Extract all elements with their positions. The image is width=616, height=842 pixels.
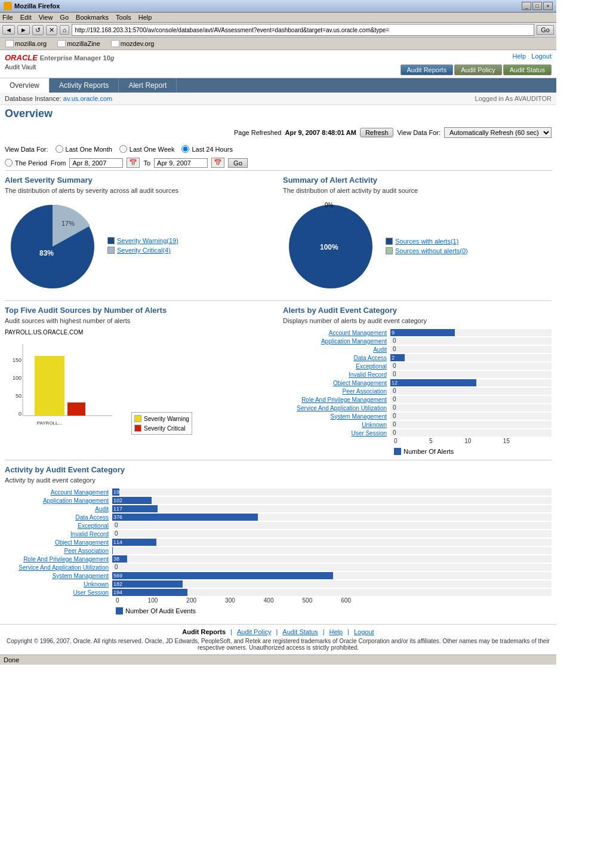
top-five-section: Top Five Audit Sources by Number of Aler… bbox=[5, 306, 273, 455]
legend-with-link[interactable]: Sources with alerts(1) bbox=[395, 238, 458, 245]
activity-cat-track: 1 bbox=[112, 547, 552, 554]
menu-help[interactable]: Help bbox=[138, 14, 152, 21]
radio-the-period[interactable]: The Period bbox=[5, 159, 47, 167]
go-btn[interactable]: Go bbox=[537, 25, 554, 35]
alerts-cat-track: 0 bbox=[390, 413, 552, 420]
help-link[interactable]: Help bbox=[513, 53, 526, 60]
alerts-cat-label[interactable]: Account Management bbox=[283, 330, 390, 336]
legend-without-link[interactable]: Sources without alerts(0) bbox=[395, 247, 468, 254]
activity-cat-label[interactable]: Invalid Record bbox=[5, 531, 112, 537]
maximize-btn[interactable]: □ bbox=[532, 2, 542, 10]
legend-sev-warning: Severity Warning bbox=[134, 415, 189, 422]
alerts-cat-bar: 9 bbox=[390, 329, 455, 336]
go-period-btn[interactable]: Go bbox=[228, 158, 248, 168]
reload-btn[interactable]: ↺ bbox=[32, 25, 44, 35]
legend-warning-color bbox=[107, 237, 115, 244]
logged-in-label: Logged in As bbox=[475, 95, 513, 102]
menu-tools[interactable]: Tools bbox=[116, 14, 131, 21]
alerts-cat-label[interactable]: Role And Privilege Management bbox=[283, 397, 390, 403]
forward-btn[interactable]: ► bbox=[17, 25, 30, 35]
audit-reports-nav-btn[interactable]: Audit Reports bbox=[401, 64, 454, 75]
alerts-cat-row: Exceptional 0 bbox=[283, 362, 552, 370]
bookmark-mozilla[interactable]: mozilla.org bbox=[2, 39, 50, 48]
minimize-btn[interactable]: _ bbox=[522, 2, 531, 10]
activity-cat-bar: 114 bbox=[112, 539, 156, 546]
view-data-section: View Data For: Last One Month Last One W… bbox=[5, 140, 552, 170]
radio-last-week[interactable]: Last One Week bbox=[119, 145, 175, 153]
activity-cat-label[interactable]: Object Management bbox=[5, 539, 112, 546]
footer-audit-status[interactable]: Audit Status bbox=[282, 628, 318, 635]
activity-cat-label[interactable]: Exceptional bbox=[5, 523, 112, 529]
footer-audit-policy[interactable]: Audit Policy bbox=[237, 628, 271, 635]
activity-cat-label[interactable]: User Session bbox=[5, 589, 112, 596]
legend-critical-link[interactable]: Severity Critical(4) bbox=[117, 247, 171, 254]
alerts-cat-label[interactable]: Exceptional bbox=[283, 363, 390, 370]
footer-help[interactable]: Help bbox=[329, 628, 343, 635]
activity-cat-label[interactable]: System Management bbox=[5, 573, 112, 579]
from-calendar-btn[interactable]: 📅 bbox=[127, 158, 140, 168]
alerts-cat-track: 0 bbox=[390, 371, 552, 378]
alerts-cat-label[interactable]: Service And Application Utilization bbox=[283, 405, 390, 411]
to-date-input[interactable] bbox=[154, 158, 208, 168]
menu-view[interactable]: View bbox=[39, 14, 53, 21]
alerts-cat-bar: 12 bbox=[390, 379, 476, 386]
auto-refresh-dropdown[interactable]: Automatically Refresh (60 sec) bbox=[444, 127, 552, 138]
legend-critical-color bbox=[107, 247, 115, 254]
to-calendar-btn[interactable]: 📅 bbox=[211, 158, 224, 168]
home-btn[interactable]: ⌂ bbox=[60, 25, 70, 35]
tab-activity-reports[interactable]: Activity Reports bbox=[50, 78, 119, 93]
menu-go[interactable]: Go bbox=[60, 14, 69, 21]
address-bar[interactable] bbox=[72, 24, 534, 36]
activity-cat-track: 0 bbox=[112, 564, 552, 571]
alerts-cat-row: Object Management 12 bbox=[283, 379, 552, 386]
activity-cat-label[interactable]: Unknown bbox=[5, 581, 112, 588]
audit-status-nav-btn[interactable]: Audit Status bbox=[503, 64, 552, 75]
activity-cat-label[interactable]: Service And Application Utilization bbox=[5, 564, 112, 571]
stop-btn[interactable]: ✕ bbox=[46, 25, 57, 35]
tab-alert-report[interactable]: Alert Report bbox=[119, 78, 177, 93]
firefox-icon bbox=[4, 2, 12, 10]
bookmark-mozdev[interactable]: mozdev.org bbox=[108, 39, 158, 48]
legend-warning: Severity Warning(19) bbox=[107, 237, 178, 244]
activity-cat-label[interactable]: Role And Privilege Management bbox=[5, 556, 112, 563]
logout-link[interactable]: Logout bbox=[531, 53, 552, 60]
footer-logout[interactable]: Logout bbox=[354, 628, 374, 635]
alerts-cat-label[interactable]: System Management bbox=[283, 413, 390, 420]
top-five-legend: Severity Warning Severity Critical bbox=[131, 412, 192, 435]
activity-cat-label[interactable]: Peer Association bbox=[5, 548, 112, 554]
activity-cat-row: Data Access 376 bbox=[5, 514, 552, 521]
activity-cat-label[interactable]: Application Management bbox=[5, 497, 112, 504]
activity-cat-label[interactable]: Audit bbox=[5, 506, 112, 512]
alerts-cat-label[interactable]: Application Management bbox=[283, 338, 390, 345]
refresh-button[interactable]: Refresh bbox=[360, 128, 394, 137]
activity-cat-track: 0 bbox=[112, 522, 552, 529]
bookmark-mozillazine[interactable]: mozillaZine bbox=[54, 39, 103, 48]
legend-without-alerts: Sources without alerts(0) bbox=[386, 247, 468, 254]
back-btn[interactable]: ◄ bbox=[2, 25, 15, 35]
alerts-cat-label[interactable]: Invalid Record bbox=[283, 371, 390, 378]
alerts-cat-label[interactable]: Peer Association bbox=[283, 388, 390, 395]
activity-cat-label[interactable]: Data Access bbox=[5, 514, 112, 521]
audit-policy-nav-btn[interactable]: Audit Policy bbox=[454, 64, 501, 75]
activity-cat-label[interactable]: Account Management bbox=[5, 489, 112, 496]
activity-cat-bar: 38 bbox=[112, 555, 127, 563]
menu-edit[interactable]: Edit bbox=[20, 14, 32, 21]
activity-cat-row: Unknown 182 bbox=[5, 580, 552, 588]
alerts-cat-row: Unknown 0 bbox=[283, 421, 552, 428]
legend-warning-link[interactable]: Severity Warning(19) bbox=[117, 237, 178, 244]
menu-bookmarks[interactable]: Bookmarks bbox=[76, 14, 109, 21]
alerts-cat-label[interactable]: User Session bbox=[283, 430, 390, 437]
close-btn[interactable]: × bbox=[543, 2, 553, 10]
alerts-cat-label[interactable]: Audit bbox=[283, 346, 390, 353]
from-date-input[interactable] bbox=[69, 158, 123, 168]
svg-text:150: 150 bbox=[13, 357, 21, 363]
alerts-cat-label[interactable]: Object Management bbox=[283, 380, 390, 386]
tab-overview[interactable]: Overview bbox=[0, 78, 50, 93]
radio-last-24h[interactable]: Last 24 Hours bbox=[181, 145, 232, 153]
top-five-title: Top Five Audit Sources by Number of Aler… bbox=[5, 306, 273, 315]
menu-file[interactable]: File bbox=[2, 14, 13, 21]
radio-last-month[interactable]: Last One Month bbox=[56, 145, 112, 153]
activity-cat-track: 0 bbox=[112, 530, 552, 537]
alerts-cat-label[interactable]: Unknown bbox=[283, 422, 390, 428]
alerts-cat-label[interactable]: Data Access bbox=[283, 355, 390, 361]
